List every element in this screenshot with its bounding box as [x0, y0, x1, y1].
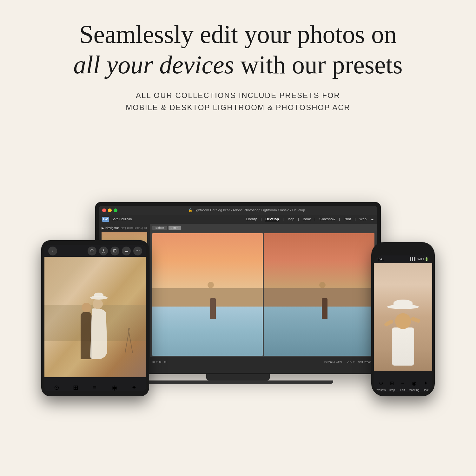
ipad-tool-heal[interactable]: ✦ Heal — [128, 382, 140, 391]
iphone-time: 9:41 — [378, 257, 384, 261]
ipad-device: ‹ ⊙ ◎ ⊞ ☁ ⋯ — [41, 240, 149, 396]
iphone-tool-heal[interactable]: ✦ Heal — [421, 379, 430, 392]
nav-library[interactable]: Library — [246, 217, 257, 221]
iphone-tool-presets[interactable]: ⊙ Presets — [376, 379, 386, 392]
iphone-screen: 9:41 ▌▌▌ WiFi 🔋 — [374, 255, 432, 392]
headline-italic: all your devices — [73, 51, 234, 79]
subheadline-line2: MOBILE & DESKTOP LIGHTROOM & PHOTOSHOP A… — [126, 103, 350, 112]
nav-web[interactable]: Web — [360, 217, 367, 221]
iphone-tool-masking[interactable]: ◉ Masking — [409, 379, 420, 392]
before-btn[interactable]: Before — [152, 226, 167, 230]
heal-icon: ✦ — [128, 382, 140, 391]
iphone-masking-icon: ◉ — [410, 379, 419, 387]
iphone-heal-icon: ✦ — [421, 379, 430, 387]
lr-bottom-bar: ⊞ ⊟ ⊠ ⊞ Before & After... ◁ ▷ ⊞ Soft Pro… — [150, 357, 377, 367]
headline: Seamlessly edit your photos on all your … — [73, 19, 403, 80]
laptop-titlebar: 🔒 Lightroom Catalog.lrcat - Adobe Photos… — [99, 206, 377, 215]
iphone-presets-icon: ⊙ — [376, 379, 385, 387]
lr-logo: LrC — [102, 217, 109, 222]
dot-red[interactable] — [102, 208, 106, 212]
dot-green[interactable] — [114, 208, 117, 212]
ipad-tool-masking[interactable]: ◉ Masking — [108, 382, 121, 391]
presets-icon: ⊙ — [51, 382, 62, 391]
ipad-toolbar: ⊙ Presets ⊞ Crop ≡ Edit ◉ Masking ✦ He — [44, 377, 146, 391]
photo-before — [152, 233, 263, 356]
subheadline: ALL OUR COLLECTIONS INCLUDE PRESETS FOR … — [126, 89, 350, 114]
iphone-photo — [374, 263, 432, 371]
ipad-icon5[interactable]: ⋯ — [133, 247, 142, 255]
dot-yellow[interactable] — [108, 208, 112, 212]
ipad-icon3[interactable]: ⊞ — [110, 247, 119, 255]
iphone-signal: ▌▌▌ WiFi 🔋 — [410, 257, 428, 261]
devices-container: 🔒 Lightroom Catalog.lrcat - Adobe Photos… — [32, 133, 444, 403]
ipad-photo — [44, 257, 146, 377]
lr-photos — [150, 232, 377, 357]
iphone-crop-label: Crop — [389, 388, 395, 392]
laptop-foot — [143, 380, 333, 384]
nav-develop[interactable]: Develop — [265, 217, 279, 221]
iphone-device: 9:41 ▌▌▌ WiFi 🔋 — [371, 242, 435, 396]
headline-line1: Seamlessly edit your photos on — [73, 19, 403, 50]
iphone-tool-edit[interactable]: ≡ Edit — [398, 379, 407, 392]
nav-cloud-icon: ☁ — [370, 217, 374, 221]
nav-map[interactable]: Map — [288, 217, 294, 221]
subheadline-line1: ALL OUR COLLECTIONS INCLUDE PRESETS FOR — [136, 91, 340, 100]
photo-after — [264, 233, 374, 356]
iphone-presets-label: Presets — [376, 388, 386, 392]
ipad-top-bar: ‹ ⊙ ◎ ⊞ ☁ ⋯ — [44, 245, 146, 257]
ipad-icon2[interactable]: ◎ — [99, 247, 108, 255]
iphone-masking-label: Masking — [409, 388, 420, 392]
headline-line2: all your devices with our presets — [73, 50, 403, 80]
ipad-tool-presets[interactable]: ⊙ Presets — [51, 382, 63, 391]
iphone-heal-label: Heal — [423, 388, 429, 392]
ipad-icon4[interactable]: ☁ — [122, 247, 131, 255]
laptop-stand — [206, 374, 270, 380]
iphone-status-bar: 9:41 ▌▌▌ WiFi 🔋 — [374, 255, 432, 263]
masking-icon: ◉ — [109, 382, 120, 391]
ba-dropdown[interactable]: Before & After... — [324, 360, 344, 364]
iphone-notch — [390, 247, 416, 254]
ipad-tool-crop[interactable]: ⊞ Crop — [70, 382, 82, 391]
lr-nav: Library | Develop | Map | Book | Slidesh… — [246, 217, 374, 221]
ipad-screen: ‹ ⊙ ◎ ⊞ ☁ ⋯ — [44, 245, 146, 391]
edit-icon: ≡ — [89, 382, 100, 391]
iphone-tool-crop[interactable]: ⊞ Crop — [387, 379, 396, 392]
lr-before-after-bar: Before After — [150, 224, 377, 232]
headline-normal: with our presets — [234, 51, 403, 79]
ipad-tool-edit[interactable]: ≡ Edit — [89, 382, 100, 391]
iphone-edit-icon: ≡ — [398, 379, 407, 387]
nav-print[interactable]: Print — [344, 217, 351, 221]
iphone-toolbar: ⊙ Presets ⊞ Crop ≡ Edit ◉ Masking ✦ He — [374, 371, 432, 392]
navigator-title: ▶ Navigator FIT | 100% | 200% | 3:1 — [102, 226, 147, 230]
nav-slideshow[interactable]: Slideshow — [319, 217, 335, 221]
ipad-icon1[interactable]: ⊙ — [88, 247, 96, 255]
lr-menubar: LrC Sara Houlihan Library | Develop | Ma… — [99, 215, 377, 224]
lr-user: Sara Houlihan — [112, 217, 132, 221]
iphone-edit-label: Edit — [400, 388, 405, 392]
ipad-back-btn[interactable]: ‹ — [48, 247, 57, 255]
titlebar-text: 🔒 Lightroom Catalog.lrcat - Adobe Photos… — [119, 208, 374, 212]
lr-main: Before After — [150, 224, 377, 367]
after-btn[interactable]: After — [169, 226, 181, 230]
nav-book[interactable]: Book — [303, 217, 311, 221]
iphone-crop-icon: ⊞ — [387, 379, 396, 387]
crop-icon: ⊞ — [70, 382, 82, 391]
